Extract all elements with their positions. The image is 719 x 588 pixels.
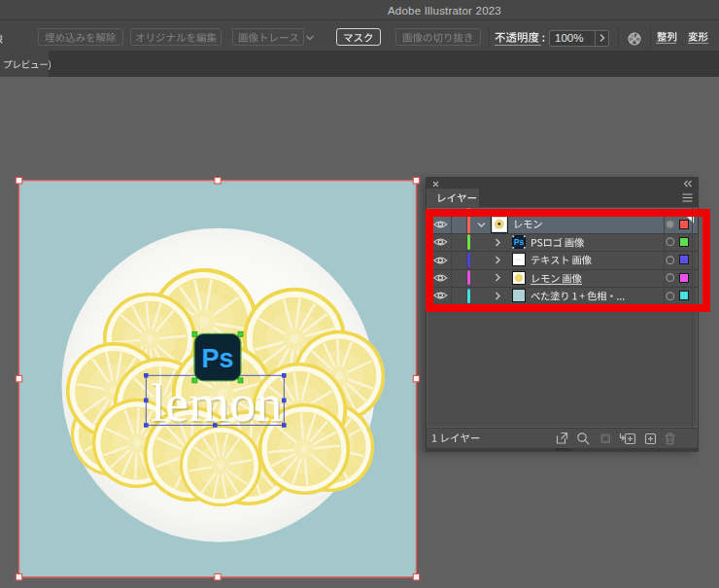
svg-text:Ps: Ps <box>202 343 234 373</box>
